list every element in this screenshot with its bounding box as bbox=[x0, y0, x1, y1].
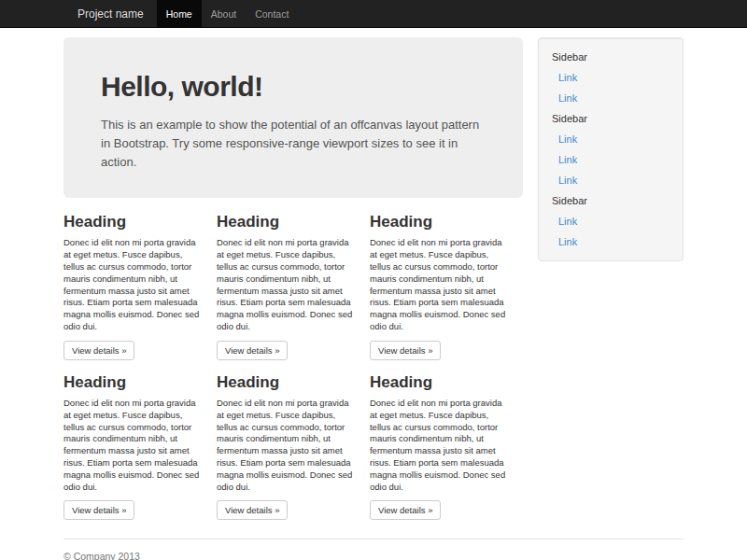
content-card-3: Heading Donec id elit non mi porta gravi… bbox=[370, 213, 523, 360]
copyright-text: © Company 2013 bbox=[63, 551, 684, 560]
page-container: Hello, world! This is an example to show… bbox=[63, 37, 684, 560]
sidebar-well: Sidebar Link Link Sidebar Link Link Link… bbox=[538, 37, 684, 261]
sidebar-group-header: Sidebar bbox=[539, 190, 683, 211]
card-heading: Heading bbox=[370, 373, 510, 392]
sidebar-link[interactable]: Link bbox=[539, 129, 683, 149]
view-details-button[interactable]: View details » bbox=[63, 341, 134, 360]
card-heading: Heading bbox=[217, 373, 357, 392]
content-card-5: Heading Donec id elit non mi porta gravi… bbox=[217, 373, 370, 521]
nav-item-about[interactable]: About bbox=[202, 0, 246, 28]
card-heading: Heading bbox=[63, 373, 204, 392]
sidebar-link[interactable]: Link bbox=[539, 211, 683, 231]
nav-item-home[interactable]: Home bbox=[157, 0, 202, 28]
card-body-text: Donec id elit non mi porta gravida at eg… bbox=[370, 237, 510, 333]
sidebar-group-header: Sidebar bbox=[539, 108, 683, 129]
offcanvas-row: Hello, world! This is an example to show… bbox=[63, 37, 684, 533]
jumbotron: Hello, world! This is an example to show… bbox=[63, 37, 523, 198]
navbar-inner: Project name Home About Contact bbox=[63, 0, 684, 28]
sidebar-link[interactable]: Link bbox=[539, 170, 683, 190]
content-card-1: Heading Donec id elit non mi porta gravi… bbox=[63, 213, 217, 360]
cards-grid: Heading Donec id elit non mi porta gravi… bbox=[63, 213, 523, 533]
card-heading: Heading bbox=[370, 213, 510, 231]
hero-subtitle: This is an example to show the potential… bbox=[101, 116, 486, 172]
main-content: Hello, world! This is an example to show… bbox=[63, 37, 523, 533]
card-body-text: Donec id elit non mi porta gravida at eg… bbox=[217, 237, 357, 333]
card-body-text: Donec id elit non mi porta gravida at eg… bbox=[63, 398, 204, 494]
brand-link[interactable]: Project name bbox=[63, 0, 157, 28]
card-body-text: Donec id elit non mi porta gravida at eg… bbox=[370, 398, 510, 494]
view-details-button[interactable]: View details » bbox=[370, 341, 441, 360]
view-details-button[interactable]: View details » bbox=[217, 500, 288, 520]
view-details-button[interactable]: View details » bbox=[217, 341, 288, 360]
sidebar-group-header: Sidebar bbox=[539, 47, 683, 67]
sidebar-column: Sidebar Link Link Sidebar Link Link Link… bbox=[538, 37, 684, 533]
hero-title: Hello, world! bbox=[101, 71, 486, 103]
content-card-2: Heading Donec id elit non mi porta gravi… bbox=[217, 213, 370, 360]
card-heading: Heading bbox=[63, 213, 204, 231]
navbar: Project name Home About Contact bbox=[0, 0, 747, 28]
nav-item-contact[interactable]: Contact bbox=[246, 0, 298, 28]
sidebar-link[interactable]: Link bbox=[539, 88, 683, 108]
sidebar-link[interactable]: Link bbox=[539, 231, 683, 252]
footer: © Company 2013 bbox=[63, 539, 684, 560]
nav-items: Home About Contact bbox=[157, 0, 299, 28]
view-details-button[interactable]: View details » bbox=[63, 500, 134, 520]
content-card-4: Heading Donec id elit non mi porta gravi… bbox=[63, 373, 217, 521]
card-body-text: Donec id elit non mi porta gravida at eg… bbox=[217, 398, 357, 494]
sidebar-link[interactable]: Link bbox=[539, 149, 683, 170]
card-body-text: Donec id elit non mi porta gravida at eg… bbox=[63, 237, 204, 333]
view-details-button[interactable]: View details » bbox=[370, 500, 441, 520]
content-card-6: Heading Donec id elit non mi porta gravi… bbox=[370, 373, 523, 521]
card-heading: Heading bbox=[217, 213, 357, 231]
sidebar-link[interactable]: Link bbox=[539, 67, 683, 88]
